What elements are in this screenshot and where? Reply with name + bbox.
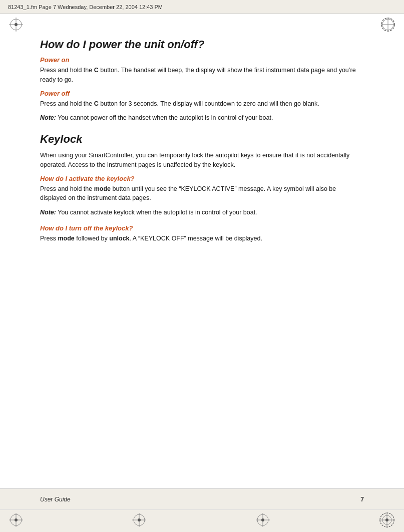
power-off-label: Power off	[40, 90, 364, 97]
footer-page-number: 7	[360, 496, 364, 503]
power-on-label: Power on	[40, 56, 364, 64]
reg-mark-bottom-center-left	[132, 513, 146, 529]
keylock-turnoff-text: Press mode followed by unlock. A “KEYLOC…	[40, 234, 364, 243]
section-power: How do I power the unit on/off? Power on…	[40, 38, 364, 123]
keylock-activate-section: How do I activate the keylock? Press and…	[40, 175, 364, 203]
footer-label: User Guide	[40, 496, 71, 503]
keylock-intro: When using your SmartController, you can…	[40, 151, 364, 170]
keylock-activate-note: Note: You cannot activate keylock when t…	[40, 208, 364, 217]
reg-mark-bottom-left	[9, 513, 23, 529]
file-info: 81243_1.fm Page 7 Wednesday, December 22…	[8, 4, 163, 10]
svg-point-19	[261, 518, 264, 521]
reg-mark-bottom-center-right	[256, 513, 270, 529]
keylock-turnoff-section: How do I turn off the keylock? Press mod…	[40, 224, 364, 243]
section-keylock-heading: Keylock	[40, 133, 364, 146]
svg-point-24	[385, 518, 388, 521]
power-on-text: Press and hold the C button. The handset…	[40, 66, 364, 85]
power-off-text: Press and hold the C button for 3 second…	[40, 99, 364, 109]
section-keylock: Keylock When using your SmartController,…	[40, 133, 364, 243]
power-off-section: Power off Press and hold the C button fo…	[40, 90, 364, 109]
page: 81243_1.fm Page 7 Wednesday, December 22…	[0, 0, 404, 532]
power-on-section: Power on Press and hold the C button. Th…	[40, 56, 364, 85]
svg-point-11	[15, 518, 18, 521]
top-bar: 81243_1.fm Page 7 Wednesday, December 22…	[0, 0, 404, 14]
svg-point-15	[138, 518, 141, 521]
bottom-marks-bar	[0, 509, 404, 532]
footer: User Guide 7	[0, 488, 404, 509]
section-power-heading: How do I power the unit on/off?	[40, 38, 364, 51]
reg-mark-bottom-right	[379, 512, 395, 530]
keylock-activate-label: How do I activate the keylock?	[40, 175, 364, 182]
main-content: How do I power the unit on/off? Power on…	[0, 14, 404, 488]
power-note: Note: You cannot power off the handset w…	[40, 113, 364, 123]
keylock-activate-text: Press and hold the mode button until you…	[40, 184, 364, 203]
keylock-turnoff-label: How do I turn off the keylock?	[40, 224, 364, 232]
